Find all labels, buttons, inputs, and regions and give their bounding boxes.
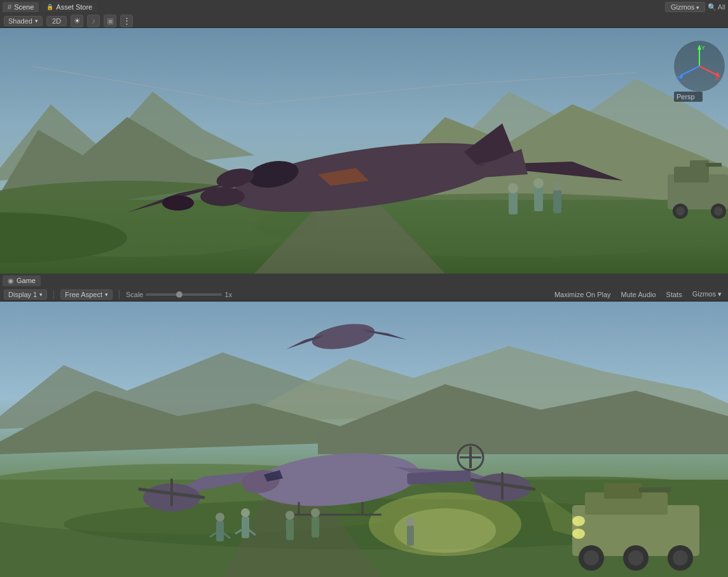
svg-rect-107 bbox=[312, 517, 319, 538]
svg-point-31 bbox=[714, 207, 723, 216]
svg-text:Persp: Persp bbox=[676, 93, 695, 101]
svg-rect-22 bbox=[534, 187, 543, 211]
svg-rect-105 bbox=[407, 525, 414, 546]
gizmos-game-label: Gizmos bbox=[692, 290, 716, 298]
svg-point-91 bbox=[673, 550, 688, 566]
separator-1 bbox=[53, 290, 54, 299]
image-effects-button[interactable]: ▣ bbox=[104, 15, 116, 27]
svg-point-29 bbox=[676, 207, 685, 216]
game-tab-icon bbox=[8, 277, 14, 285]
svg-rect-85 bbox=[639, 487, 671, 492]
svg-point-17 bbox=[162, 195, 194, 211]
scene-tab-icon bbox=[8, 3, 11, 11]
game-subtoolbar: Display 1 Free Aspect Scale 1x Maximize … bbox=[0, 288, 728, 302]
scene-svg: Y X Z Persp bbox=[0, 28, 728, 274]
svg-rect-24 bbox=[553, 190, 561, 213]
more-options-button[interactable]: ⋮ bbox=[120, 15, 133, 27]
audio-button[interactable]: ♪ bbox=[87, 15, 100, 27]
scale-slider-track[interactable] bbox=[146, 293, 222, 296]
scene-panel: Scene 🔒 Asset Store Gizmos 🔍 All Shaded … bbox=[0, 0, 728, 274]
game-svg bbox=[0, 302, 728, 577]
game-tab-bar: Game bbox=[0, 274, 728, 288]
svg-text:Z: Z bbox=[676, 75, 680, 81]
game-tab[interactable]: Game bbox=[3, 275, 41, 286]
scene-tab-bar: Scene 🔒 Asset Store Gizmos 🔍 All bbox=[0, 0, 728, 14]
2d-button[interactable]: 2D bbox=[46, 16, 67, 26]
maximize-on-play-button[interactable]: Maximize On Play bbox=[552, 290, 614, 299]
svg-point-16 bbox=[200, 187, 245, 206]
svg-rect-20 bbox=[509, 192, 518, 214]
game-tab-label: Game bbox=[17, 277, 36, 284]
scale-label: Scale bbox=[126, 291, 144, 298]
scale-slider-thumb[interactable] bbox=[176, 291, 182, 298]
search-bar: 🔍 All bbox=[708, 3, 725, 11]
scene-tab-label: Scene bbox=[14, 3, 34, 11]
scale-control: Scale 1x bbox=[126, 291, 232, 298]
game-viewport bbox=[0, 302, 728, 577]
asset-store-tab[interactable]: 🔒 Asset Store bbox=[41, 2, 97, 12]
scene-viewport: Y X Z Persp bbox=[0, 28, 728, 274]
lighting-button[interactable]: ☀ bbox=[71, 15, 83, 27]
svg-rect-33 bbox=[706, 163, 722, 167]
svg-text:Y: Y bbox=[701, 45, 705, 51]
svg-point-89 bbox=[628, 550, 643, 566]
stats-button[interactable]: Stats bbox=[664, 290, 685, 299]
game-toolbar-right: Maximize On Play Mute Audio Stats Gizmos… bbox=[552, 289, 724, 299]
svg-rect-103 bbox=[286, 519, 294, 540]
separator-2 bbox=[119, 290, 120, 299]
scene-toolbar-right: Gizmos 🔍 All bbox=[665, 2, 725, 12]
svg-text:X: X bbox=[715, 75, 719, 81]
scene-subtoolbar: Shaded 2D ☀ ♪ ▣ ⋮ bbox=[0, 14, 728, 28]
gizmos-game-button[interactable]: Gizmos ▾ bbox=[690, 289, 724, 299]
svg-point-23 bbox=[533, 178, 544, 188]
svg-point-104 bbox=[285, 511, 294, 520]
gizmos-button[interactable]: Gizmos bbox=[665, 2, 705, 12]
asset-store-tab-label: Asset Store bbox=[56, 3, 92, 11]
svg-point-106 bbox=[406, 517, 415, 526]
scale-value: 1x bbox=[224, 291, 232, 298]
display-dropdown[interactable]: Display 1 bbox=[4, 289, 47, 300]
asset-store-lock-icon: 🔒 bbox=[46, 4, 53, 10]
svg-point-25 bbox=[553, 182, 561, 191]
svg-point-87 bbox=[584, 550, 599, 566]
scene-tab[interactable]: Scene bbox=[3, 2, 39, 12]
svg-point-108 bbox=[311, 508, 320, 517]
svg-point-21 bbox=[508, 183, 518, 193]
shaded-dropdown[interactable]: Shaded bbox=[4, 16, 43, 26]
mute-audio-button[interactable]: Mute Audio bbox=[619, 290, 659, 299]
game-panel: Game Display 1 Free Aspect Scale 1x Maxi… bbox=[0, 274, 728, 577]
gizmos-arrow: ▾ bbox=[718, 290, 722, 298]
aspect-dropdown[interactable]: Free Aspect bbox=[60, 289, 113, 300]
search-icon: 🔍 bbox=[708, 3, 717, 11]
svg-point-100 bbox=[241, 508, 250, 517]
search-all-label: All bbox=[718, 3, 725, 11]
svg-point-96 bbox=[216, 513, 224, 522]
svg-rect-84 bbox=[604, 483, 642, 499]
